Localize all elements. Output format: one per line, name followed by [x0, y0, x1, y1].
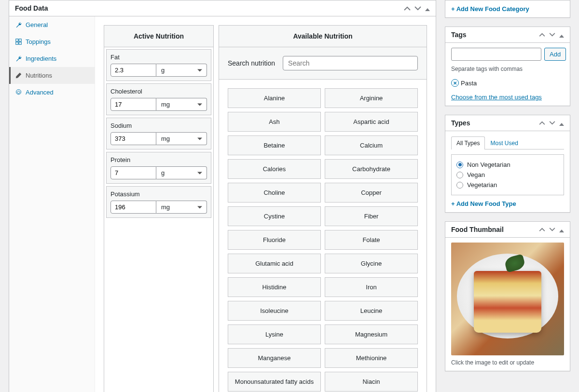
nutrition-label: Fat — [110, 54, 207, 61]
radio-icon — [456, 182, 463, 189]
tab-most-used[interactable]: Most Used — [485, 136, 523, 149]
tag-input[interactable] — [451, 48, 541, 61]
type-option-label: Vegan — [467, 171, 485, 178]
nutrition-chip[interactable]: Monounsaturated fatty acids — [228, 372, 321, 392]
food-thumbnail-image[interactable] — [451, 243, 564, 355]
nutrition-chip[interactable]: Methionine — [325, 348, 418, 368]
chevron-up-icon[interactable] — [539, 228, 545, 231]
nutrition-chip[interactable]: Manganese — [228, 348, 321, 368]
tags-title: Tags — [451, 31, 467, 39]
active-nutrition-title: Active Nutrition — [104, 26, 213, 47]
sidebar-item-advanced[interactable]: Advanced — [9, 84, 95, 101]
tag-label: Pasta — [461, 80, 477, 87]
triangle-up-icon[interactable] — [559, 226, 564, 233]
nutrition-chip[interactable]: Fluoride — [228, 230, 321, 250]
nutrition-chip[interactable]: Glycine — [325, 254, 418, 273]
nutrition-row: Fatg — [106, 49, 211, 81]
chevron-down-icon[interactable] — [549, 121, 555, 125]
tab-all-types[interactable]: All Types — [451, 136, 485, 149]
nutrition-value-input[interactable] — [110, 166, 156, 179]
sidebar-item-label: Advanced — [26, 89, 54, 96]
nutrition-chip[interactable]: Leucine — [325, 301, 418, 321]
nutrition-value-input[interactable] — [110, 201, 156, 214]
radio-icon — [456, 162, 463, 168]
available-nutrition-panel: Available Nutrition Search nutrition Ala… — [219, 25, 427, 392]
chevron-down-icon[interactable] — [549, 228, 555, 231]
nutrition-chip[interactable]: Alanine — [228, 88, 321, 108]
nutrition-row: Potassiummg — [106, 186, 211, 218]
nutrition-chip[interactable]: Lysine — [228, 324, 321, 344]
nutrition-chip[interactable]: Magnesium — [325, 324, 418, 344]
chevron-up-icon[interactable] — [539, 33, 545, 37]
nutrition-value-input[interactable] — [110, 98, 156, 111]
nutrition-chip[interactable]: Iron — [325, 277, 418, 297]
type-option-label: Non Vegetarian — [467, 161, 510, 168]
type-option[interactable]: Vegan — [456, 170, 559, 180]
nutrition-chip[interactable]: Calcium — [325, 135, 418, 155]
nutrition-row: Proteing — [106, 152, 211, 184]
sidebar-item-nutritions[interactable]: Nutritions — [9, 67, 95, 84]
search-nutrition-input[interactable] — [283, 56, 418, 70]
sidebar-item-label: Ingredients — [26, 55, 56, 62]
nutrition-label: Protein — [110, 156, 207, 163]
nutrition-unit-select[interactable]: mg — [156, 201, 207, 214]
sidebar-item-general[interactable]: General — [9, 16, 95, 33]
food-data-panel: Food Data GeneralToppingsIngredientsNutr… — [9, 0, 436, 392]
chevron-down-icon[interactable] — [549, 33, 555, 37]
nutrition-unit-select[interactable]: mg — [156, 132, 207, 145]
type-option[interactable]: Non Vegetarian — [456, 160, 559, 170]
nutrition-chip[interactable]: Isoleucine — [228, 301, 321, 321]
nutrition-value-input[interactable] — [110, 64, 156, 77]
available-nutrition-title: Available Nutrition — [219, 26, 427, 47]
nutrition-label: Sodium — [110, 122, 207, 129]
nutrition-value-input[interactable] — [110, 132, 156, 145]
types-title: Types — [451, 119, 470, 127]
sidebar-item-label: Nutritions — [26, 72, 52, 79]
nutrition-chip[interactable]: Fiber — [325, 206, 418, 226]
nutrition-chip[interactable]: Niacin — [325, 372, 418, 392]
sidebar-item-label: General — [26, 21, 48, 28]
chevron-down-icon[interactable] — [414, 6, 421, 11]
nutrition-chip[interactable]: Histidine — [228, 277, 321, 297]
nutrition-chip[interactable]: Glutamic acid — [228, 254, 321, 273]
sidebar-item-label: Toppings — [26, 38, 51, 45]
nutrition-chip[interactable]: Aspartic acid — [325, 112, 418, 132]
nutrition-row: Sodiummg — [106, 118, 211, 149]
food-data-sidebar: GeneralToppingsIngredientsNutritionsAdva… — [9, 16, 95, 392]
remove-tag-icon[interactable]: ✕ — [451, 79, 459, 87]
nutrition-chip[interactable]: Folate — [325, 230, 418, 250]
triangle-up-icon[interactable] — [559, 120, 564, 127]
chevron-up-icon[interactable] — [539, 121, 545, 125]
category-panel: + Add New Food Category — [445, 0, 570, 18]
sidebar-item-ingredients[interactable]: Ingredients — [9, 50, 95, 67]
pencil-icon — [15, 72, 22, 79]
add-food-category-link[interactable]: + Add New Food Category — [451, 5, 529, 13]
tags-panel: Tags Add Separate tags with commas ✕ Pas… — [445, 27, 570, 106]
nutrition-unit-select[interactable]: g — [156, 64, 207, 77]
nutrition-chip[interactable]: Copper — [325, 183, 418, 203]
type-option[interactable]: Vegetarian — [456, 180, 559, 190]
nutrition-chip[interactable]: Calories — [228, 159, 321, 179]
nutrition-chip[interactable]: Ash — [228, 112, 321, 132]
add-food-type-link[interactable]: + Add New Food Type — [451, 200, 516, 207]
most-used-tags-link[interactable]: Choose from the most used tags — [451, 94, 542, 101]
nutrition-label: Potassium — [110, 190, 207, 198]
nutrition-chip[interactable]: Cystine — [228, 206, 321, 226]
grid-icon — [15, 39, 22, 45]
wrench-icon — [15, 22, 22, 28]
chevron-up-icon[interactable] — [404, 6, 411, 11]
nutrition-chip[interactable]: Choline — [228, 183, 321, 203]
nutrition-unit-select[interactable]: g — [156, 166, 207, 179]
radio-icon — [456, 172, 463, 178]
nutrition-chip[interactable]: Arginine — [325, 88, 418, 108]
nutrition-unit-select[interactable]: mg — [156, 98, 207, 111]
add-tag-button[interactable]: Add — [544, 48, 566, 61]
nutrition-chip[interactable]: Carbohydrate — [325, 159, 418, 179]
type-option-label: Vegetarian — [467, 181, 497, 189]
wrench-icon — [15, 55, 22, 62]
sidebar-item-toppings[interactable]: Toppings — [9, 33, 95, 50]
nutrition-chip[interactable]: Betaine — [228, 135, 321, 155]
triangle-up-icon[interactable] — [559, 31, 564, 39]
tags-helper-text: Separate tags with commas — [451, 66, 564, 72]
triangle-up-icon[interactable] — [425, 5, 430, 12]
